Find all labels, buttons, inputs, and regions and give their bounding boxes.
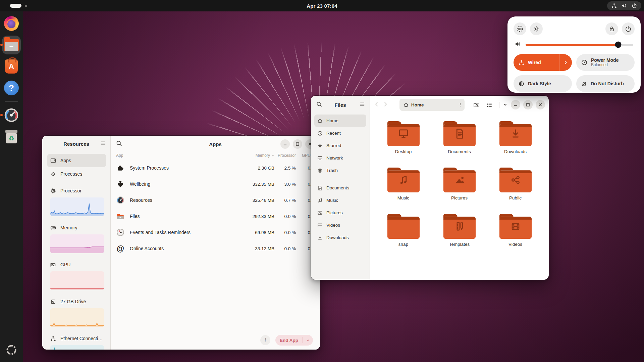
video-icon (317, 223, 323, 228)
table-row[interactable]: Resources 325.46 MB 0.7 % 0.0 % (111, 192, 320, 208)
end-app-button[interactable]: End App (275, 335, 313, 346)
settings-gear-button[interactable] (530, 22, 543, 35)
wired-toggle[interactable]: Wired (514, 54, 572, 71)
sidebar-item-network[interactable]: Network (314, 152, 366, 164)
folder-videos[interactable]: Videos (487, 213, 543, 260)
close-button[interactable] (536, 100, 545, 109)
music-emblem-icon (397, 173, 410, 187)
trash-icon (317, 168, 323, 173)
sidebar-item-downloads[interactable]: Downloads (314, 231, 366, 244)
dock-item-firefox[interactable] (2, 14, 21, 33)
wired-expand-arrow[interactable] (559, 54, 572, 71)
kebab-menu-icon[interactable] (458, 102, 463, 107)
folder-pictures[interactable]: Pictures (431, 167, 487, 213)
sidebar-item-videos[interactable]: Videos (314, 219, 366, 231)
volume-slider-knob[interactable] (615, 42, 622, 48)
dock-item-trash[interactable]: ♻ (2, 127, 21, 146)
speaker-icon[interactable] (515, 41, 521, 48)
sidebar-item-gpu[interactable]: GPU (47, 260, 106, 269)
info-button[interactable]: i (260, 335, 270, 345)
dark-style-toggle[interactable]: Dark Style (514, 75, 572, 92)
resources-menu-button[interactable] (100, 140, 106, 147)
download-emblem-icon (509, 127, 522, 140)
power-mode-subtitle: Balanced (591, 63, 619, 67)
folder-public[interactable]: Public (487, 167, 543, 213)
search-folder-button[interactable] (473, 102, 480, 108)
folder-desktop[interactable]: Desktop (375, 121, 431, 167)
sidebar-item-pictures[interactable]: Pictures (314, 207, 366, 219)
resources-running-dot (0, 114, 3, 116)
dock-item-files[interactable] (2, 36, 21, 54)
search-icon[interactable] (116, 140, 122, 148)
maximize-button[interactable] (523, 100, 533, 109)
sidebar-label-drive: 27 GB Drive (60, 299, 86, 304)
ubuntu-logo-icon (5, 343, 18, 357)
minimize-button[interactable] (511, 100, 520, 109)
table-row[interactable]: System Processes 2.30 GB 2.5 % 0.0 % (111, 160, 320, 176)
clock-label: Apr 23 07:04 (307, 3, 337, 9)
show-apps-button[interactable] (2, 341, 21, 359)
search-icon[interactable] (316, 101, 322, 108)
sort-chevron-icon (271, 154, 274, 157)
sidebar-item-processor[interactable]: Processor (47, 186, 106, 195)
minimize-button[interactable] (280, 139, 290, 149)
forward-button[interactable] (383, 101, 388, 108)
folder-music[interactable]: Music (375, 167, 431, 213)
table-row[interactable]: Files 292.83 MB 0.0 % 0.0 % (111, 208, 320, 224)
clock-menu-button[interactable]: Apr 23 07:04 (0, 0, 644, 11)
dock-item-resources[interactable] (2, 106, 21, 125)
end-app-dropdown[interactable] (303, 338, 313, 342)
system-processes-icon (116, 164, 125, 172)
memory-value: 332.35 MB (237, 182, 274, 187)
dock-item-help[interactable]: ? (2, 79, 21, 97)
path-bar[interactable]: Home (399, 99, 465, 111)
folder-templates[interactable]: Templates (431, 213, 487, 260)
lock-button[interactable] (605, 22, 618, 35)
dock-item-app-center[interactable]: A (2, 57, 21, 76)
sidebar-item-starred[interactable]: Starred (314, 139, 366, 152)
files-icon (4, 39, 19, 51)
dock: A ? ♻ (0, 11, 23, 362)
list-view-button[interactable] (486, 102, 492, 108)
sidebar-label-gpu: GPU (60, 262, 70, 267)
sidebar-item-processes[interactable]: Processes (47, 167, 106, 181)
files-menu-button[interactable] (360, 101, 365, 108)
processor-graph (50, 197, 104, 216)
screenshot-button[interactable] (514, 22, 526, 35)
folder-downloads[interactable]: Downloads (487, 121, 543, 167)
sidebar-item-home[interactable]: Home (314, 115, 366, 127)
power-button[interactable] (622, 22, 635, 35)
column-processor[interactable]: Processor (274, 153, 296, 158)
sidebar-item-apps[interactable]: Apps (47, 154, 106, 167)
sidebar-item-music[interactable]: Music (314, 194, 366, 207)
sidebar-item-documents[interactable]: Documents (314, 182, 366, 194)
table-row[interactable]: Events and Tasks Reminders 69.98 MB 0.0 … (111, 224, 320, 240)
do-not-disturb-toggle[interactable]: Do Not Disturb (576, 75, 635, 92)
table-row[interactable]: Wellbeing 332.35 MB 3.0 % 0.0 % (111, 176, 320, 192)
cpu-icon (50, 188, 56, 194)
back-button[interactable] (374, 101, 379, 108)
video-emblem-icon (509, 220, 522, 233)
column-app[interactable]: App (116, 153, 237, 158)
view-options-dropdown[interactable] (503, 102, 507, 107)
sidebar-item-ethernet[interactable]: Ethernet Connecti… (47, 334, 106, 343)
volume-slider[interactable] (526, 44, 633, 46)
sidebar-divider (316, 179, 364, 179)
folder-grid: Desktop Documents Downloads Music (370, 114, 549, 280)
sidebar-item-drive[interactable]: 27 GB Drive (47, 297, 106, 306)
sidebar-item-trash[interactable]: Trash (314, 164, 366, 177)
table-row[interactable]: @Online Accounts 33.12 MB 0.0 % 0.0 % (111, 240, 320, 257)
home-icon (317, 118, 323, 124)
sidebar-item-recent[interactable]: Recent (314, 127, 366, 139)
processor-value: 0.0 % (274, 246, 296, 251)
folder-snap[interactable]: snap (375, 213, 431, 260)
system-tray-button[interactable] (607, 1, 641, 10)
folder-documents[interactable]: Documents (431, 121, 487, 167)
folder-label: Public (509, 195, 522, 200)
sidebar-item-memory[interactable]: Memory (47, 223, 106, 232)
clock-icon (317, 131, 323, 136)
column-memory[interactable]: Memory (237, 153, 274, 158)
power-mode-toggle[interactable]: Power Mode Balanced (576, 54, 635, 71)
maximize-button[interactable] (293, 139, 302, 149)
apps-table-header: App Memory Processor GPU (111, 152, 320, 160)
